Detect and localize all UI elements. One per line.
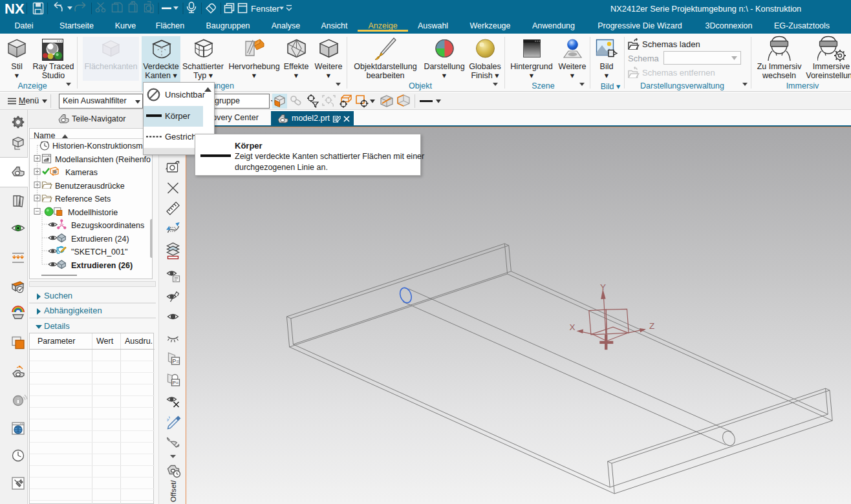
svg-text:Z: Z — [649, 321, 654, 331]
svg-text:Kameras: Kameras — [65, 168, 98, 177]
svg-text:Historien-Konstruktionsm: Historien-Konstruktionsm — [52, 142, 143, 151]
svg-text:Extrudieren (26): Extrudieren (26) — [71, 261, 133, 270]
svg-text:Fenster: Fenster — [251, 4, 280, 14]
svg-text:Bezugskoordinatens: Bezugskoordinatens — [71, 221, 144, 230]
svg-text:Reference Sets: Reference Sets — [55, 194, 111, 204]
svg-text:Offset/: Offset/ — [169, 480, 177, 502]
svg-text:X: X — [570, 322, 576, 332]
svg-text:Benutzerausdrücke: Benutzerausdrücke — [55, 182, 125, 191]
svg-text:P=: P= — [173, 380, 179, 386]
svg-text:Extrudieren (24): Extrudieren (24) — [71, 235, 129, 244]
svg-text:Modellansichten (Reihenfo: Modellansichten (Reihenfo — [55, 155, 151, 164]
svg-text:Y: Y — [600, 282, 606, 292]
svg-text:P=: P= — [173, 358, 180, 364]
svg-text:"SKETCH_001": "SKETCH_001" — [71, 247, 127, 257]
svg-text:Modellhistorie: Modellhistorie — [68, 208, 118, 217]
